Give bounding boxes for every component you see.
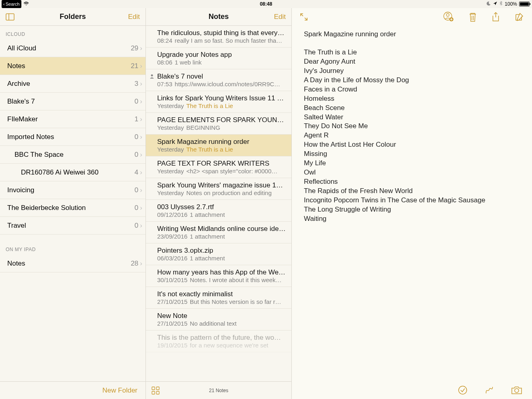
folder-name: Blake's 7 (7, 98, 135, 106)
note-row[interactable]: Pointers 3.oplx.zip06/03/20161 attachmen… (146, 243, 291, 265)
note-row[interactable]: It's not exactly minimalist27/10/2015But… (146, 287, 291, 309)
note-title: This is the pattern of the future, the w… (157, 334, 286, 342)
note-subline: 06/03/20161 attachment (157, 255, 286, 262)
note-title: Upgrade your Notes app (157, 51, 286, 59)
note-title: Blake's 7 novel (157, 73, 286, 81)
folders-navbar: Folders Edit (0, 8, 145, 26)
sketch-icon[interactable] (484, 385, 494, 395)
note-title: How many years has this App of the We… (157, 268, 286, 276)
folder-row[interactable]: Notes21› (0, 57, 145, 75)
section-header: ON MY IPAD (0, 241, 145, 255)
note-preview: 1 attachment (190, 211, 225, 218)
attachments-grid-icon[interactable] (152, 387, 160, 395)
add-person-icon[interactable] (443, 12, 454, 22)
folder-row[interactable]: Archive3› (0, 75, 145, 93)
folder-count: 0 (135, 151, 138, 159)
note-line: Missing (304, 150, 520, 159)
folder-row[interactable]: Notes28› (0, 255, 145, 272)
location-icon (493, 0, 497, 8)
note-row[interactable]: Spark Magazine running orderYesterdayThe… (146, 135, 291, 156)
folder-row[interactable]: Invoicing0› (0, 181, 145, 199)
svg-rect-6 (156, 391, 159, 394)
note-date: Yesterday (157, 189, 184, 196)
note-row[interactable]: 003 Ulysses 2.7.rtf09/12/20161 attachmen… (146, 200, 291, 222)
camera-icon[interactable] (511, 386, 522, 395)
note-date: 08:06 (157, 59, 172, 66)
trash-icon[interactable] (468, 12, 477, 22)
folder-row[interactable]: Blake's 70› (0, 93, 145, 110)
detail-toolbar (292, 8, 532, 26)
note-subline: YesterdayNotes on production and editing (157, 189, 286, 196)
note-preview: Notes on production and editing (186, 189, 272, 196)
note-line: How the Artist Lost Her Colour (304, 140, 520, 150)
notes-edit-button[interactable]: Edit (274, 13, 286, 21)
note-subline: 08:24really I am so fast. So much faster… (157, 37, 286, 44)
note-line: Faces in a Crowd (304, 85, 520, 94)
note-row[interactable]: This is the pattern of the future, the w… (146, 330, 291, 352)
shared-icon (149, 73, 155, 81)
back-to-search-chip[interactable]: ‹ Search (2, 0, 21, 8)
folder-count: 1 (135, 115, 138, 123)
chevron-right-icon: › (140, 115, 142, 123)
note-row[interactable]: The ridiculous, stupid thing is that eve… (146, 26, 291, 48)
note-title: 003 Ulysses 2.7.rtf (157, 203, 286, 211)
chevron-left-icon: ‹ (3, 0, 5, 8)
note-row[interactable]: Spark Young Writers' magazine issue 11…Y… (146, 178, 291, 200)
notes-column: Notes Edit The ridiculous, stupid thing … (146, 8, 292, 399)
svg-rect-3 (152, 387, 155, 390)
fullscreen-icon[interactable] (300, 13, 308, 21)
folders-edit-button[interactable]: Edit (128, 13, 140, 21)
folder-row[interactable]: DR160786 Ai Weiwei 3604› (0, 164, 145, 181)
note-preview: really I am so fast. So much faster tha… (175, 37, 283, 44)
wifi-icon (23, 0, 29, 8)
note-line: Reflections (304, 177, 520, 187)
note-preview: The Truth is a Lie (186, 102, 233, 109)
chevron-right-icon: › (140, 204, 142, 212)
new-folder-button[interactable]: New Folder (102, 387, 137, 395)
bluetooth-icon (499, 0, 503, 8)
note-title: It's not exactly minimalist (157, 290, 286, 298)
note-row[interactable]: New Note27/10/2015No additional text (146, 309, 291, 330)
folder-row[interactable]: FIleMaker1› (0, 110, 145, 128)
note-date: Yesterday (157, 102, 184, 109)
folder-row[interactable]: Travel0› (0, 217, 145, 235)
note-row[interactable]: Links for Spark Young Writers Issue 11 p… (146, 91, 291, 113)
note-row[interactable]: Writing West Midlands online course ide…… (146, 222, 291, 243)
note-row[interactable]: How many years has this App of the We…30… (146, 265, 291, 287)
note-line: Beach Scene (304, 104, 520, 113)
share-icon[interactable] (492, 12, 500, 22)
svg-point-10 (459, 386, 467, 394)
note-title: Writing West Midlands online course ide… (157, 225, 286, 233)
note-row[interactable]: Upgrade your Notes app08:061 web link (146, 48, 291, 69)
section-header: ICLOUD (0, 26, 145, 39)
notes-list[interactable]: The ridiculous, stupid thing is that eve… (146, 26, 291, 381)
svg-rect-5 (152, 391, 155, 394)
sidebar-toggle-icon[interactable] (6, 13, 15, 21)
svg-rect-4 (156, 387, 159, 390)
checklist-icon[interactable] (458, 385, 468, 395)
folder-name: DR160786 Ai Weiwei 360 (21, 168, 135, 177)
battery-icon (519, 2, 530, 6)
folder-row[interactable]: The Beiderbecke Solution0› (0, 199, 145, 217)
folders-title: Folders (0, 12, 145, 21)
note-body[interactable]: Spark Magazine running orderThe Truth is… (292, 26, 532, 228)
note-row[interactable]: Blake's 7 novel07:53https://www.icloud.c… (146, 69, 291, 91)
note-date: Yesterday (157, 124, 184, 131)
notes-title: Notes (146, 12, 291, 21)
folder-row[interactable]: BBC The Space0› (0, 146, 145, 164)
note-date: 09/12/2016 (157, 211, 187, 218)
note-row[interactable]: PAGE TEXT FOR SPARK WRITERSYesterday<h2>… (146, 156, 291, 178)
note-subline: 30/10/2015Notes. I wrote about it this w… (157, 276, 286, 283)
folder-count: 0 (135, 222, 138, 230)
folder-name: BBC The Space (15, 151, 135, 159)
chevron-right-icon: › (140, 44, 142, 52)
svg-point-11 (515, 389, 519, 393)
note-subline: 19/10/2015for a new sequence we're set (157, 342, 286, 349)
folder-row[interactable]: Imported Notes0› (0, 128, 145, 146)
note-detail-title: Spark Magazine running order (304, 30, 520, 39)
note-date: 27/10/2015 (157, 298, 187, 305)
folder-row[interactable]: All iCloud29› (0, 39, 145, 57)
note-subline: YesterdayThe Truth is a Lie (157, 146, 286, 153)
compose-icon[interactable] (514, 12, 524, 22)
note-row[interactable]: PAGE ELEMENTS FOR SPARK YOUNG…YesterdayB… (146, 113, 291, 135)
